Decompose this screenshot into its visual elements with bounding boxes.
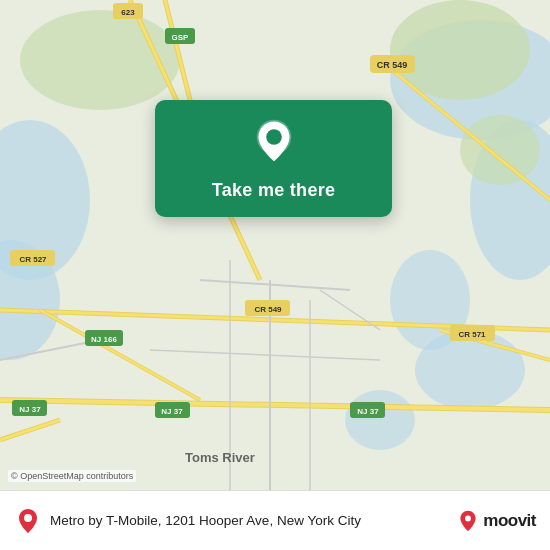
svg-point-10 <box>460 115 540 185</box>
location-icon <box>14 507 42 535</box>
svg-text:NJ 37: NJ 37 <box>19 405 41 414</box>
map-background: CR 549 GSP CR 527 CR 571 NJ 166 NJ 37 NJ… <box>0 0 550 490</box>
take-me-there-label: Take me there <box>212 180 336 201</box>
svg-text:NJ 37: NJ 37 <box>357 407 379 416</box>
svg-text:GSP: GSP <box>172 33 190 42</box>
svg-text:Toms River: Toms River <box>185 450 255 465</box>
svg-point-7 <box>345 390 415 450</box>
svg-text:CR 527: CR 527 <box>19 255 47 264</box>
location-pin-icon <box>248 118 300 170</box>
moovit-pin-icon <box>457 510 479 532</box>
svg-text:CR 549: CR 549 <box>254 305 282 314</box>
svg-text:CR 549: CR 549 <box>377 60 408 70</box>
map-container: CR 549 GSP CR 527 CR 571 NJ 166 NJ 37 NJ… <box>0 0 550 490</box>
svg-point-6 <box>415 330 525 410</box>
svg-point-58 <box>266 129 282 145</box>
svg-text:NJ 37: NJ 37 <box>161 407 183 416</box>
svg-text:623: 623 <box>121 8 135 17</box>
location-text: Metro by T-Mobile, 1201 Hooper Ave, New … <box>50 513 449 528</box>
svg-text:CR 571: CR 571 <box>458 330 486 339</box>
map-attribution: © OpenStreetMap contributors <box>8 470 136 482</box>
moovit-text: moovit <box>483 511 536 531</box>
take-me-there-card[interactable]: Take me there <box>155 100 392 217</box>
bottom-bar: Metro by T-Mobile, 1201 Hooper Ave, New … <box>0 490 550 550</box>
svg-text:NJ 166: NJ 166 <box>91 335 117 344</box>
svg-point-60 <box>465 515 471 521</box>
svg-point-59 <box>24 514 32 522</box>
moovit-logo: moovit <box>457 510 536 532</box>
